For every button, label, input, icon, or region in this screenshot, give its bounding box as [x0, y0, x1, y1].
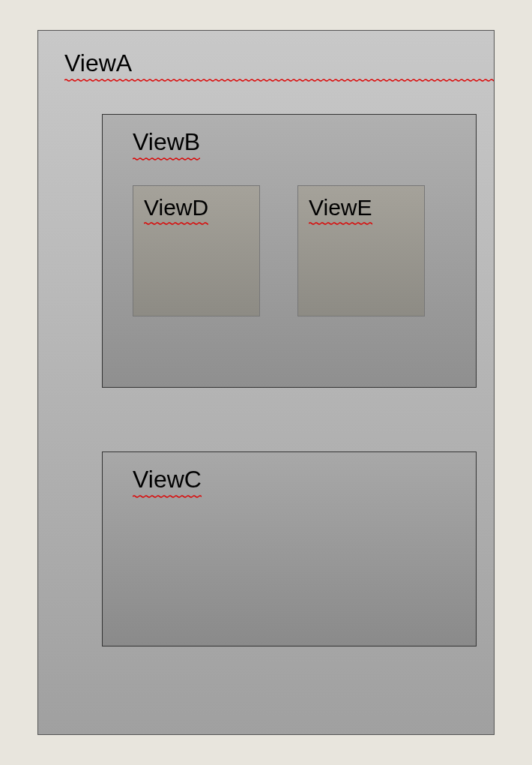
view-d-container: ViewD [133, 185, 260, 316]
view-d-label: ViewD [144, 195, 208, 224]
view-e-container: ViewE [297, 185, 425, 316]
view-b-label: ViewB [133, 128, 200, 159]
view-b-container: ViewB ViewD ViewE [102, 114, 477, 388]
view-a-label: ViewA [64, 50, 494, 80]
view-e-label: ViewE [309, 195, 372, 224]
view-b-children-row: ViewD ViewE [133, 185, 476, 316]
view-c-container: ViewC [102, 452, 477, 646]
view-a-content: ViewA ViewB ViewD ViewE ViewC [64, 50, 494, 734]
view-a-container: ViewA ViewB ViewD ViewE ViewC [37, 30, 495, 735]
view-c-label: ViewC [133, 466, 202, 496]
